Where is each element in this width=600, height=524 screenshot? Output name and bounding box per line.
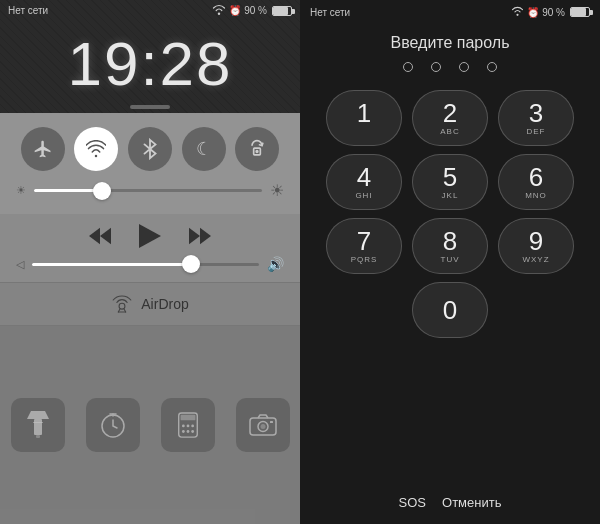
- battery-text-left: 90 %: [244, 5, 267, 16]
- svg-point-23: [191, 430, 194, 433]
- prev-track-button[interactable]: [89, 227, 111, 245]
- airdrop-icon: [111, 293, 133, 315]
- key-0[interactable]: 0: [412, 282, 488, 338]
- keypad-row-3: 7 PQRS 8 TUV 9 WXYZ: [310, 218, 590, 274]
- volume-thumb: [182, 255, 200, 273]
- volume-track[interactable]: [32, 263, 259, 266]
- keypad-bottom: SOS Отменить: [381, 485, 520, 524]
- keypad: 1 2 ABC 3 DEF 4 GHI 5 JKL 6 MN: [300, 90, 600, 485]
- signal-text-right: Нет сети: [310, 7, 350, 18]
- flashlight-button[interactable]: [11, 398, 65, 452]
- svg-point-7: [119, 303, 125, 309]
- camera-button[interactable]: [236, 398, 290, 452]
- play-button[interactable]: [139, 224, 161, 248]
- next-track-button[interactable]: [189, 227, 211, 245]
- bottom-toolbar: [0, 326, 300, 524]
- brightness-high-icon: ☀: [270, 181, 284, 200]
- toggle-section: ☾ ☀ ☀: [0, 113, 300, 214]
- calculator-button[interactable]: [161, 398, 215, 452]
- battery-text-right: 90 %: [542, 7, 565, 18]
- svg-rect-13: [36, 435, 40, 438]
- svg-point-26: [260, 424, 265, 429]
- bluetooth-toggle-button[interactable]: [128, 127, 172, 171]
- alarm-icon-right: ⏰: [527, 7, 539, 18]
- wifi-icon-left: [212, 4, 226, 17]
- brightness-track[interactable]: [34, 189, 262, 192]
- svg-marker-6: [200, 228, 211, 245]
- right-icons-right: ⏰ 90 %: [511, 6, 590, 18]
- svg-point-18: [181, 425, 184, 428]
- brightness-low-icon: ☀: [16, 184, 26, 197]
- battery-icon-right: [570, 7, 590, 17]
- brightness-slider-row: ☀ ☀: [16, 175, 284, 206]
- left-control-center: Нет сети ⏰ 90 % 19:28: [0, 0, 300, 524]
- airdrop-label: AirDrop: [141, 296, 188, 312]
- svg-marker-11: [27, 411, 49, 419]
- key-8[interactable]: 8 TUV: [412, 218, 488, 274]
- key-9[interactable]: 9 WXYZ: [498, 218, 574, 274]
- volume-fill: [32, 263, 191, 266]
- passcode-dot-3: [459, 62, 469, 72]
- svg-marker-5: [189, 228, 200, 245]
- key-7[interactable]: 7 PQRS: [326, 218, 402, 274]
- passcode-title: Введите пароль: [391, 34, 510, 52]
- passcode-dot-2: [431, 62, 441, 72]
- svg-rect-12: [34, 419, 42, 435]
- status-bar-left: Нет сети ⏰ 90 %: [0, 4, 300, 17]
- passcode-dot-1: [403, 62, 413, 72]
- svg-rect-14: [33, 422, 43, 423]
- key-5[interactable]: 5 JKL: [412, 154, 488, 210]
- svg-point-20: [191, 425, 194, 428]
- toggle-row: ☾: [16, 123, 284, 175]
- music-controls: [16, 220, 284, 252]
- wifi-icon-right: [511, 6, 524, 18]
- clock-display: 19:28: [67, 28, 232, 99]
- key-6[interactable]: 6 MNO: [498, 154, 574, 210]
- volume-low-icon: ◁: [16, 258, 24, 271]
- volume-slider-row: ◁ 🔊: [16, 252, 284, 276]
- alarm-icon-left: ⏰: [229, 5, 241, 16]
- cancel-button[interactable]: Отменить: [434, 491, 509, 514]
- key-4[interactable]: 4 GHI: [326, 154, 402, 210]
- svg-point-1: [256, 151, 258, 153]
- airplane-mode-button[interactable]: [21, 127, 65, 171]
- passcode-dots: [403, 62, 497, 72]
- right-icons-left: ⏰ 90 %: [212, 4, 292, 17]
- volume-high-icon: 🔊: [267, 256, 284, 272]
- key-1[interactable]: 1: [326, 90, 402, 146]
- svg-marker-3: [89, 228, 100, 245]
- do-not-disturb-button[interactable]: ☾: [182, 127, 226, 171]
- key-3[interactable]: 3 DEF: [498, 90, 574, 146]
- keypad-row-1: 1 2 ABC 3 DEF: [310, 90, 590, 146]
- svg-point-21: [181, 430, 184, 433]
- panel-handle: [130, 105, 170, 109]
- rotation-lock-button[interactable]: [235, 127, 279, 171]
- signal-text-left: Нет сети: [8, 5, 48, 16]
- key-2[interactable]: 2 ABC: [412, 90, 488, 146]
- battery-icon-left: [272, 6, 292, 16]
- keypad-row-4: 0: [310, 282, 590, 338]
- wifi-toggle-button[interactable]: [74, 127, 118, 171]
- status-bar-right: Нет сети ⏰ 90 %: [300, 0, 600, 22]
- keypad-row-2: 4 GHI 5 JKL 6 MNO: [310, 154, 590, 210]
- time-area: Нет сети ⏰ 90 % 19:28: [0, 0, 300, 113]
- svg-rect-27: [270, 421, 273, 423]
- svg-point-22: [186, 430, 189, 433]
- right-passcode-panel: Нет сети ⏰ 90 % Введите пароль: [300, 0, 600, 524]
- passcode-dot-4: [487, 62, 497, 72]
- svg-marker-2: [100, 228, 111, 245]
- svg-marker-4: [139, 224, 161, 248]
- brightness-fill: [34, 189, 102, 192]
- svg-point-19: [186, 425, 189, 428]
- sos-button[interactable]: SOS: [391, 491, 434, 514]
- airdrop-section[interactable]: AirDrop: [0, 282, 300, 326]
- svg-rect-17: [180, 415, 195, 421]
- brightness-thumb: [93, 182, 111, 200]
- timer-button[interactable]: [86, 398, 140, 452]
- music-section: ◁ 🔊: [0, 214, 300, 282]
